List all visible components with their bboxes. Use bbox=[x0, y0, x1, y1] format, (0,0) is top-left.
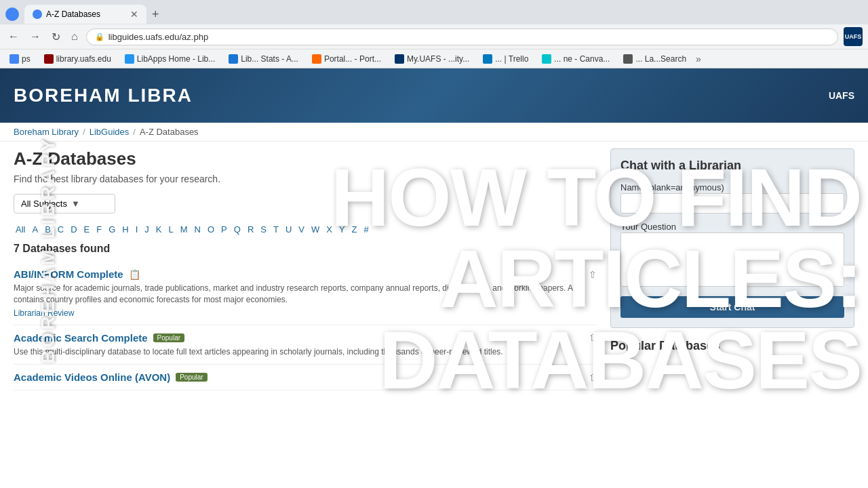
alpha-e[interactable]: E bbox=[82, 223, 92, 236]
uafs-logo-small: UAFS bbox=[844, 27, 863, 46]
alpha-j[interactable]: J bbox=[142, 223, 151, 236]
portal-bookmark-icon bbox=[312, 54, 321, 64]
chat-name-label: Name (blank=anonymous) bbox=[620, 182, 724, 192]
alpha-f[interactable]: F bbox=[94, 223, 104, 236]
alpha-p[interactable]: P bbox=[219, 223, 229, 236]
forward-button[interactable]: → bbox=[27, 29, 43, 44]
database-item-1: ABI/INFORM Complete 📋 ⇧ Major source for… bbox=[14, 262, 597, 325]
alpha-w[interactable]: W bbox=[309, 223, 321, 236]
database-item-2: Academic Search Complete Popular ⇧ Use t… bbox=[14, 325, 597, 365]
alpha-z[interactable]: Z bbox=[350, 223, 359, 236]
lasearch-bookmark-icon bbox=[623, 54, 633, 64]
alpha-d[interactable]: D bbox=[68, 223, 79, 236]
db-item-3-title[interactable]: Academic Videos Online (AVON) bbox=[14, 371, 170, 383]
breadcrumb-sep-1: / bbox=[83, 127, 85, 137]
alpha-all[interactable]: All bbox=[14, 223, 27, 236]
alpha-n[interactable]: N bbox=[193, 223, 203, 236]
address-bar-row: ← → ↻ ⌂ 🔒 libguides.uafs.edu/az.php UAFS bbox=[0, 24, 868, 49]
right-sidebar: Chat with a Librarian Name (blank=anonym… bbox=[610, 148, 854, 390]
tab-bar: A-Z Databases ✕ + bbox=[0, 0, 868, 24]
reload-button[interactable]: ↻ bbox=[49, 29, 63, 45]
tab-title: A-Z Databases bbox=[46, 9, 100, 19]
bookmark-stats[interactable]: Lib... Stats - A... bbox=[224, 53, 302, 65]
alpha-o[interactable]: O bbox=[205, 223, 216, 236]
alpha-u[interactable]: U bbox=[283, 223, 294, 236]
bookmark-library[interactable]: library.uafs.edu bbox=[40, 53, 115, 65]
tab-close-button[interactable]: ✕ bbox=[130, 9, 138, 20]
page-title: A-Z Databases bbox=[14, 148, 597, 169]
chat-title: Chat with a Librarian bbox=[620, 159, 844, 173]
book-icon-1: 📋 bbox=[129, 269, 140, 280]
bookmarks-bar: ps library.uafs.edu LibApps Home - Lib..… bbox=[0, 49, 868, 68]
bookmarks-more-icon[interactable]: » bbox=[696, 54, 701, 64]
stats-bookmark-icon bbox=[229, 54, 238, 64]
bookmark-libapps[interactable]: LibApps Home - Lib... bbox=[121, 53, 219, 65]
db-item-1-header: ABI/INFORM Complete 📋 ⇧ bbox=[14, 268, 597, 280]
alpha-x[interactable]: X bbox=[324, 223, 334, 236]
libapps-bookmark-icon bbox=[125, 54, 134, 64]
db-item-2-title[interactable]: Academic Search Complete bbox=[14, 332, 148, 344]
bookmark-canva[interactable]: ... ne - Canva... bbox=[538, 53, 614, 65]
back-button[interactable]: ← bbox=[5, 29, 22, 44]
alpha-filter: All A B C D E F G H I J K L M N O P Q R … bbox=[14, 223, 597, 236]
bookmark-trello[interactable]: ... | Trello bbox=[479, 53, 532, 65]
popular-dbs-title: Popular Databases bbox=[610, 339, 854, 353]
bookmark-myuafs[interactable]: My.UAFS - ...ity... bbox=[391, 53, 473, 65]
library-header: BOREHAM LIBRA UAFS bbox=[0, 68, 868, 123]
start-chat-button[interactable]: Start Chat bbox=[620, 296, 844, 318]
apps-bookmark-icon bbox=[9, 54, 19, 64]
bookmark-lasearch[interactable]: ... La...Search bbox=[619, 53, 690, 65]
chat-name-input[interactable] bbox=[620, 193, 844, 214]
chat-question-label: Your Question bbox=[620, 222, 676, 232]
alpha-r[interactable]: R bbox=[245, 223, 256, 236]
db-item-1-desc: Major source for academic journals, trad… bbox=[14, 283, 597, 306]
page-subtitle: Find the best library databases for your… bbox=[14, 174, 597, 184]
address-bar[interactable]: 🔒 libguides.uafs.edu/az.php bbox=[86, 28, 838, 45]
left-content: A-Z Databases Find the best library data… bbox=[14, 148, 597, 390]
alpha-s[interactable]: S bbox=[258, 223, 269, 236]
bookmark-apps[interactable]: ps bbox=[5, 53, 35, 65]
db-item-2-header: Academic Search Complete Popular ⇧ bbox=[14, 332, 597, 344]
share-icon-1[interactable]: ⇧ bbox=[589, 269, 597, 280]
browser-chrome: A-Z Databases ✕ + ← → ↻ ⌂ 🔒 libguides.ua… bbox=[0, 0, 868, 68]
share-icon-2[interactable]: ⇧ bbox=[589, 332, 597, 343]
myuafs-bookmark-icon bbox=[395, 54, 404, 64]
share-icon-3[interactable]: ⇧ bbox=[589, 372, 597, 383]
alpha-m[interactable]: M bbox=[178, 223, 190, 236]
library-header-title: BOREHAM LIBRA bbox=[14, 85, 193, 106]
tab-favicon bbox=[33, 9, 42, 19]
alpha-g[interactable]: G bbox=[106, 223, 117, 236]
alpha-l[interactable]: L bbox=[167, 223, 176, 236]
bookmark-portal[interactable]: Portal... - Port... bbox=[308, 53, 385, 65]
alpha-hash[interactable]: # bbox=[362, 223, 371, 236]
breadcrumb-home[interactable]: Boreham Library bbox=[14, 127, 79, 137]
subject-select-label: All Subjects bbox=[21, 199, 67, 209]
canva-bookmark-icon bbox=[542, 54, 551, 64]
db-item-1-title[interactable]: ABI/INFORM Complete bbox=[14, 268, 123, 280]
chat-question-input[interactable] bbox=[620, 232, 844, 287]
database-item-3: Academic Videos Online (AVON) Popular ⇧ bbox=[14, 365, 597, 390]
alpha-q[interactable]: Q bbox=[232, 223, 243, 236]
subject-select[interactable]: All Subjects ▼ bbox=[14, 194, 115, 214]
alpha-c[interactable]: C bbox=[56, 223, 66, 236]
db-item-1-review[interactable]: Librarian Review bbox=[14, 308, 597, 318]
subject-select-arrow: ▼ bbox=[71, 199, 80, 209]
new-tab-button[interactable]: + bbox=[146, 7, 165, 22]
home-button[interactable]: ⌂ bbox=[68, 29, 81, 44]
alpha-a[interactable]: A bbox=[30, 223, 40, 236]
breadcrumb-libguides[interactable]: LibGuides bbox=[90, 127, 130, 137]
alpha-i[interactable]: I bbox=[134, 223, 140, 236]
uafs-logo: UAFS bbox=[829, 90, 854, 101]
subject-filter: All Subjects ▼ bbox=[14, 194, 597, 214]
website-content: BOREHAM LIBRA UAFS Boreham Library / Lib… bbox=[0, 68, 868, 488]
db-badge-2: Popular bbox=[153, 333, 184, 342]
chat-widget: Chat with a Librarian Name (blank=anonym… bbox=[610, 148, 854, 328]
alpha-h[interactable]: H bbox=[120, 223, 130, 236]
active-tab[interactable]: A-Z Databases ✕ bbox=[24, 5, 146, 24]
alpha-b[interactable]: B bbox=[43, 223, 53, 236]
breadcrumb-sep-2: / bbox=[133, 127, 136, 137]
alpha-v[interactable]: V bbox=[296, 223, 307, 236]
alpha-k[interactable]: K bbox=[154, 223, 164, 236]
alpha-y[interactable]: Y bbox=[337, 223, 347, 236]
alpha-t[interactable]: T bbox=[271, 223, 281, 236]
